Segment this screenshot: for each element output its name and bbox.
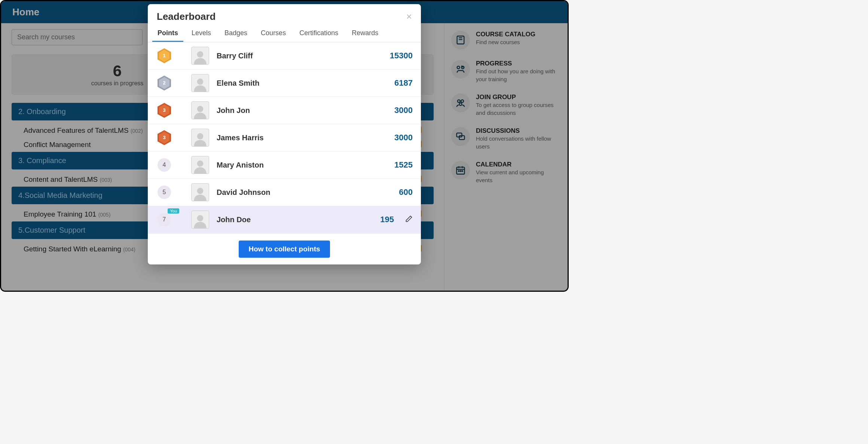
modal-footer: How to collect points: [148, 234, 421, 264]
rank-circle: 4: [156, 157, 172, 173]
svg-point-28: [197, 106, 204, 112]
leaderboard-modal: Leaderboard × PointsLevelsBadgesCoursesC…: [148, 4, 421, 264]
avatar: [191, 129, 209, 147]
leaderboard-row[interactable]: 1 Barry Cliff 15300: [148, 42, 421, 70]
avatar: [191, 183, 209, 201]
leaderboard-row[interactable]: 2 Elena Smith 6187: [148, 70, 421, 97]
points-value: 3000: [394, 105, 413, 115]
close-icon[interactable]: ×: [406, 11, 412, 22]
leaderboard-row[interactable]: 5 David Johnson 600: [148, 179, 421, 206]
leaderboard-list[interactable]: 1 Barry Cliff 15300 2 Elena Smith 6187 3…: [148, 42, 421, 234]
svg-point-32: [197, 133, 204, 140]
points-value: 6187: [394, 78, 413, 88]
svg-point-35: [197, 215, 204, 221]
tab-certifications[interactable]: Certifications: [294, 25, 343, 42]
avatar: [191, 47, 209, 65]
tab-rewards[interactable]: Rewards: [346, 25, 383, 42]
svg-text:1: 1: [163, 53, 165, 58]
avatar: [191, 101, 209, 119]
modal-overlay: Leaderboard × PointsLevelsBadgesCoursesC…: [1, 1, 568, 291]
user-name: Mary Aniston: [217, 161, 387, 169]
user-name: David Johnson: [217, 188, 391, 197]
leaderboard-row[interactable]: 4 Mary Aniston 1525: [148, 151, 421, 179]
points-value: 1525: [394, 160, 413, 170]
points-value: 600: [399, 187, 413, 197]
svg-text:2: 2: [163, 80, 165, 86]
avatar: [191, 211, 209, 229]
svg-point-20: [197, 51, 204, 58]
tab-courses[interactable]: Courses: [256, 25, 291, 42]
points-value: 3000: [394, 133, 413, 143]
user-name: James Harris: [217, 134, 387, 142]
rank-medal-icon: 3: [156, 129, 172, 146]
avatar: [191, 156, 209, 174]
rank-circle: 7 You: [156, 211, 172, 228]
leaderboard-row[interactable]: 3 James Harris 3000: [148, 124, 421, 151]
leaderboard-row[interactable]: 3 John Jon 3000: [148, 97, 421, 124]
how-to-collect-button[interactable]: How to collect points: [239, 241, 330, 258]
tab-levels[interactable]: Levels: [186, 25, 216, 42]
svg-text:3: 3: [163, 135, 165, 140]
tab-points[interactable]: Points: [152, 25, 183, 42]
svg-point-24: [197, 79, 204, 85]
tab-badges[interactable]: Badges: [219, 25, 253, 42]
rank-circle: 5: [156, 184, 172, 200]
svg-point-34: [197, 188, 204, 194]
modal-header: Leaderboard ×: [148, 4, 421, 25]
rank-medal-icon: 1: [156, 48, 172, 64]
points-value: 15300: [390, 51, 413, 61]
svg-text:3: 3: [163, 107, 165, 113]
user-name: John Doe: [217, 215, 373, 224]
leaderboard-row[interactable]: 7 You John Doe 195: [148, 206, 421, 233]
user-name: John Jon: [217, 106, 387, 115]
rank-medal-icon: 3: [156, 102, 172, 119]
user-name: Elena Smith: [217, 79, 387, 88]
modal-title: Leaderboard: [157, 11, 216, 22]
avatar: [191, 74, 209, 92]
svg-point-33: [197, 160, 204, 167]
rank-medal-icon: 2: [156, 75, 172, 91]
user-name: Barry Cliff: [217, 52, 382, 60]
modal-tabs: PointsLevelsBadgesCoursesCertificationsR…: [148, 25, 421, 42]
you-badge: You: [168, 208, 179, 214]
pencil-icon[interactable]: [405, 215, 413, 224]
points-value: 195: [380, 215, 394, 224]
